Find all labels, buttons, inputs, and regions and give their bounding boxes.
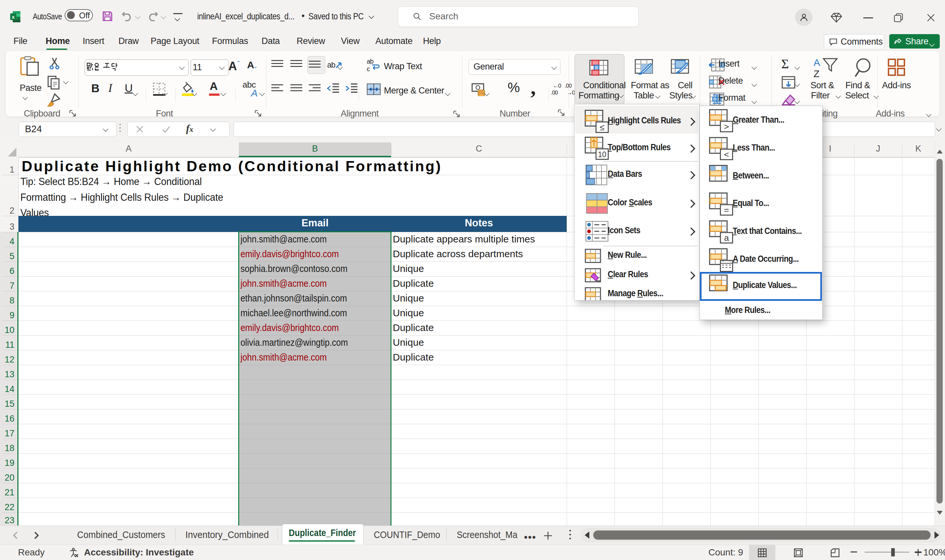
svg-text:A: A bbox=[813, 57, 820, 68]
svg-text:<: < bbox=[724, 149, 729, 160]
svg-text:←0: ←0 bbox=[553, 83, 561, 89]
svg-text:>: > bbox=[724, 122, 729, 132]
svg-text:c: c bbox=[367, 65, 370, 72]
svg-text:.00: .00 bbox=[551, 89, 558, 96]
svg-text:Z: Z bbox=[813, 68, 819, 78]
svg-text:≤: ≤ bbox=[600, 122, 605, 132]
svg-text:.00: .00 bbox=[564, 83, 572, 89]
svg-text:ab: ab bbox=[327, 60, 336, 69]
svg-text:→0: →0 bbox=[567, 89, 575, 96]
svg-text:a: a bbox=[724, 233, 729, 243]
svg-text:ab: ab bbox=[367, 58, 373, 65]
svg-text:10: 10 bbox=[598, 150, 606, 159]
svg-text:x: x bbox=[12, 14, 15, 20]
svg-text:=: = bbox=[724, 205, 729, 215]
